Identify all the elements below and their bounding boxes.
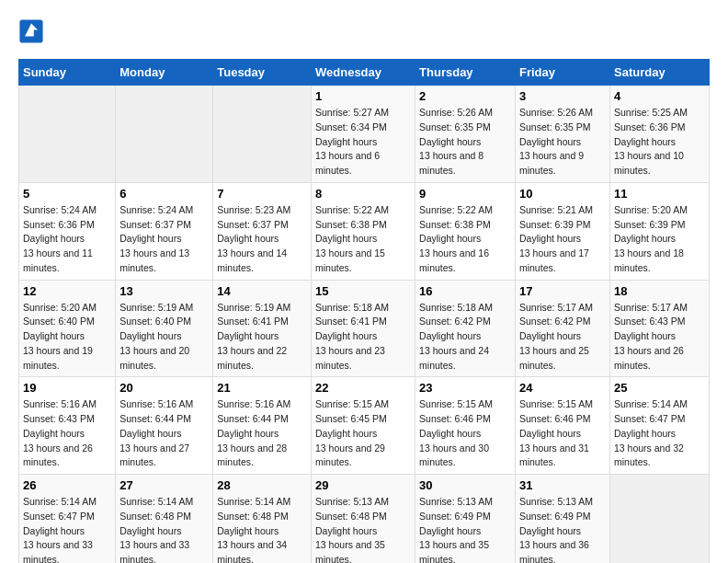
day-info: Sunrise: 5:16 AM Sunset: 6:44 PM Dayligh… bbox=[119, 397, 209, 470]
day-info: Sunrise: 5:22 AM Sunset: 6:38 PM Dayligh… bbox=[315, 203, 411, 276]
day-number: 13 bbox=[119, 284, 209, 298]
day-cell bbox=[116, 86, 213, 183]
day-info: Sunrise: 5:19 AM Sunset: 6:40 PM Dayligh… bbox=[119, 301, 209, 373]
day-number: 18 bbox=[614, 284, 705, 298]
day-number: 3 bbox=[519, 89, 606, 103]
day-cell: 5 Sunrise: 5:24 AM Sunset: 6:36 PM Dayli… bbox=[19, 182, 116, 280]
header-cell-thursday: Thursday bbox=[415, 60, 516, 86]
day-info: Sunrise: 5:15 AM Sunset: 6:46 PM Dayligh… bbox=[419, 397, 511, 470]
day-cell: 26 Sunrise: 5:14 AM Sunset: 6:47 PM Dayl… bbox=[19, 475, 116, 564]
day-number: 9 bbox=[419, 187, 511, 201]
day-info: Sunrise: 5:25 AM Sunset: 6:36 PM Dayligh… bbox=[614, 106, 705, 178]
day-info: Sunrise: 5:17 AM Sunset: 6:42 PM Dayligh… bbox=[519, 301, 606, 373]
day-cell: 24 Sunrise: 5:15 AM Sunset: 6:46 PM Dayl… bbox=[515, 377, 609, 475]
day-info: Sunrise: 5:16 AM Sunset: 6:43 PM Dayligh… bbox=[23, 397, 111, 470]
logo bbox=[18, 18, 46, 44]
day-cell: 1 Sunrise: 5:27 AM Sunset: 6:34 PM Dayli… bbox=[312, 86, 415, 183]
day-number: 12 bbox=[23, 284, 111, 298]
logo-icon bbox=[18, 18, 44, 44]
day-cell: 17 Sunrise: 5:17 AM Sunset: 6:42 PM Dayl… bbox=[515, 280, 609, 377]
day-number: 22 bbox=[315, 381, 411, 395]
day-info: Sunrise: 5:22 AM Sunset: 6:38 PM Dayligh… bbox=[419, 203, 511, 276]
day-cell: 15 Sunrise: 5:18 AM Sunset: 6:41 PM Dayl… bbox=[312, 280, 415, 377]
day-info: Sunrise: 5:17 AM Sunset: 6:43 PM Dayligh… bbox=[614, 301, 705, 373]
day-info: Sunrise: 5:20 AM Sunset: 6:40 PM Dayligh… bbox=[23, 301, 111, 373]
day-cell: 14 Sunrise: 5:19 AM Sunset: 6:41 PM Dayl… bbox=[213, 280, 312, 377]
day-cell bbox=[213, 86, 312, 183]
day-info: Sunrise: 5:14 AM Sunset: 6:47 PM Dayligh… bbox=[614, 397, 705, 470]
day-cell: 21 Sunrise: 5:16 AM Sunset: 6:44 PM Dayl… bbox=[213, 377, 312, 475]
week-row-1: 1 Sunrise: 5:27 AM Sunset: 6:34 PM Dayli… bbox=[19, 86, 710, 183]
day-info: Sunrise: 5:13 AM Sunset: 6:49 PM Dayligh… bbox=[519, 495, 606, 563]
day-number: 1 bbox=[315, 89, 411, 103]
day-info: Sunrise: 5:19 AM Sunset: 6:41 PM Dayligh… bbox=[217, 301, 307, 373]
day-cell: 6 Sunrise: 5:24 AM Sunset: 6:37 PM Dayli… bbox=[116, 182, 213, 280]
header-cell-wednesday: Wednesday bbox=[312, 60, 415, 86]
week-row-4: 19 Sunrise: 5:16 AM Sunset: 6:43 PM Dayl… bbox=[19, 377, 710, 475]
day-info: Sunrise: 5:18 AM Sunset: 6:41 PM Dayligh… bbox=[315, 301, 411, 373]
day-info: Sunrise: 5:21 AM Sunset: 6:39 PM Dayligh… bbox=[519, 203, 606, 276]
day-info: Sunrise: 5:14 AM Sunset: 6:48 PM Dayligh… bbox=[217, 495, 307, 563]
day-cell bbox=[19, 86, 116, 183]
day-cell: 8 Sunrise: 5:22 AM Sunset: 6:38 PM Dayli… bbox=[312, 182, 415, 280]
day-info: Sunrise: 5:14 AM Sunset: 6:47 PM Dayligh… bbox=[23, 495, 111, 563]
day-cell: 31 Sunrise: 5:13 AM Sunset: 6:49 PM Dayl… bbox=[515, 475, 609, 564]
day-info: Sunrise: 5:26 AM Sunset: 6:35 PM Dayligh… bbox=[519, 106, 606, 178]
week-row-3: 12 Sunrise: 5:20 AM Sunset: 6:40 PM Dayl… bbox=[19, 280, 710, 377]
day-cell: 11 Sunrise: 5:20 AM Sunset: 6:39 PM Dayl… bbox=[609, 182, 709, 280]
day-number: 15 bbox=[315, 284, 411, 298]
day-number: 2 bbox=[419, 89, 511, 103]
header-cell-sunday: Sunday bbox=[19, 60, 116, 86]
header-cell-monday: Monday bbox=[116, 60, 213, 86]
day-number: 5 bbox=[23, 187, 111, 201]
calendar-header: SundayMondayTuesdayWednesdayThursdayFrid… bbox=[19, 60, 710, 86]
header-row: SundayMondayTuesdayWednesdayThursdayFrid… bbox=[19, 60, 710, 86]
day-cell: 13 Sunrise: 5:19 AM Sunset: 6:40 PM Dayl… bbox=[116, 280, 213, 377]
day-cell: 25 Sunrise: 5:14 AM Sunset: 6:47 PM Dayl… bbox=[609, 377, 709, 475]
day-info: Sunrise: 5:24 AM Sunset: 6:36 PM Dayligh… bbox=[23, 203, 111, 276]
day-cell: 22 Sunrise: 5:15 AM Sunset: 6:45 PM Dayl… bbox=[312, 377, 415, 475]
day-number: 8 bbox=[315, 187, 411, 201]
week-row-5: 26 Sunrise: 5:14 AM Sunset: 6:47 PM Dayl… bbox=[19, 475, 710, 564]
day-cell: 10 Sunrise: 5:21 AM Sunset: 6:39 PM Dayl… bbox=[515, 182, 609, 280]
day-number: 6 bbox=[119, 187, 209, 201]
day-info: Sunrise: 5:23 AM Sunset: 6:37 PM Dayligh… bbox=[217, 203, 307, 276]
day-cell bbox=[609, 475, 709, 564]
week-row-2: 5 Sunrise: 5:24 AM Sunset: 6:36 PM Dayli… bbox=[19, 182, 710, 280]
day-cell: 27 Sunrise: 5:14 AM Sunset: 6:48 PM Dayl… bbox=[116, 475, 213, 564]
day-info: Sunrise: 5:26 AM Sunset: 6:35 PM Dayligh… bbox=[419, 106, 511, 178]
day-cell: 29 Sunrise: 5:13 AM Sunset: 6:48 PM Dayl… bbox=[312, 475, 415, 564]
header-cell-saturday: Saturday bbox=[609, 60, 709, 86]
day-number: 4 bbox=[614, 89, 705, 103]
day-cell: 16 Sunrise: 5:18 AM Sunset: 6:42 PM Dayl… bbox=[415, 280, 516, 377]
day-info: Sunrise: 5:18 AM Sunset: 6:42 PM Dayligh… bbox=[419, 301, 511, 373]
day-number: 27 bbox=[119, 478, 209, 492]
day-info: Sunrise: 5:14 AM Sunset: 6:48 PM Dayligh… bbox=[119, 495, 209, 563]
day-cell: 9 Sunrise: 5:22 AM Sunset: 6:38 PM Dayli… bbox=[415, 182, 516, 280]
day-cell: 23 Sunrise: 5:15 AM Sunset: 6:46 PM Dayl… bbox=[415, 377, 516, 475]
calendar-body: 1 Sunrise: 5:27 AM Sunset: 6:34 PM Dayli… bbox=[19, 86, 710, 564]
header-cell-friday: Friday bbox=[515, 60, 609, 86]
day-number: 29 bbox=[315, 478, 411, 492]
day-number: 28 bbox=[217, 478, 307, 492]
day-number: 24 bbox=[519, 381, 606, 395]
day-info: Sunrise: 5:16 AM Sunset: 6:44 PM Dayligh… bbox=[217, 397, 307, 470]
calendar-table: SundayMondayTuesdayWednesdayThursdayFrid… bbox=[18, 59, 710, 563]
day-cell: 12 Sunrise: 5:20 AM Sunset: 6:40 PM Dayl… bbox=[19, 280, 116, 377]
day-cell: 7 Sunrise: 5:23 AM Sunset: 6:37 PM Dayli… bbox=[213, 182, 312, 280]
day-number: 26 bbox=[23, 478, 111, 492]
day-number: 30 bbox=[419, 478, 511, 492]
day-number: 17 bbox=[519, 284, 606, 298]
day-number: 21 bbox=[217, 381, 307, 395]
day-cell: 2 Sunrise: 5:26 AM Sunset: 6:35 PM Dayli… bbox=[415, 86, 516, 183]
day-number: 23 bbox=[419, 381, 511, 395]
day-info: Sunrise: 5:20 AM Sunset: 6:39 PM Dayligh… bbox=[614, 203, 705, 276]
day-number: 31 bbox=[519, 478, 606, 492]
day-info: Sunrise: 5:15 AM Sunset: 6:45 PM Dayligh… bbox=[315, 397, 411, 470]
day-number: 14 bbox=[217, 284, 307, 298]
page-header bbox=[18, 18, 710, 44]
day-info: Sunrise: 5:15 AM Sunset: 6:46 PM Dayligh… bbox=[519, 397, 606, 470]
day-cell: 30 Sunrise: 5:13 AM Sunset: 6:49 PM Dayl… bbox=[415, 475, 516, 564]
day-number: 11 bbox=[614, 187, 705, 201]
day-cell: 4 Sunrise: 5:25 AM Sunset: 6:36 PM Dayli… bbox=[609, 86, 709, 183]
